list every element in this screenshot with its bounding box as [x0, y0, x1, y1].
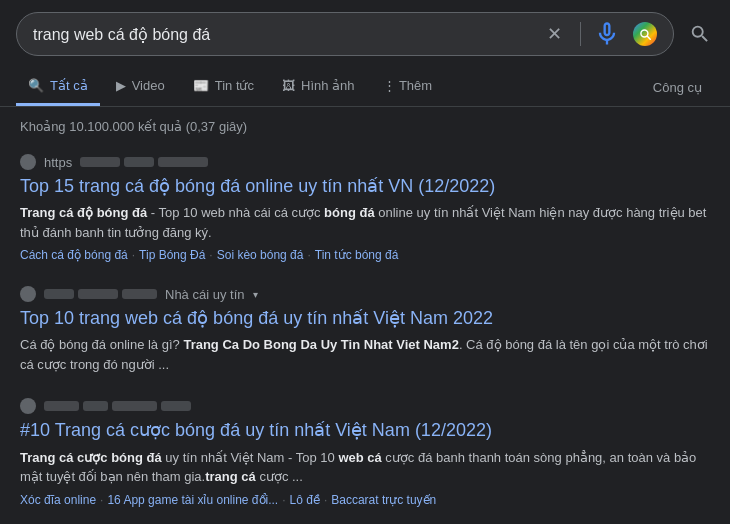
- url-blur-1: [44, 401, 79, 411]
- results-area: Khoảng 10.100.000 kết quả (0,37 giây) ht…: [0, 107, 730, 524]
- url-blur-2: [78, 289, 118, 299]
- tab-more[interactable]: ⋮ Thêm: [371, 68, 445, 106]
- result-snippet-1: Trang cá độ bóng đá - Top 10 web nhà cái…: [20, 203, 710, 242]
- search-result: Nhà cái uy tín ▾ Top 10 trang web cá độ …: [20, 286, 710, 374]
- url-blurred: [80, 157, 208, 167]
- sitelink-sep: ·: [132, 248, 135, 262]
- url-blur-3: [122, 289, 157, 299]
- url-blurred: [44, 401, 191, 411]
- dropdown-arrow-icon[interactable]: ▾: [253, 289, 258, 300]
- news-tab-icon: 📰: [193, 78, 209, 93]
- sitelink[interactable]: Tin tức bóng đá: [315, 248, 399, 262]
- result-sitelinks-3: Xóc đĩa online · 16 App game tài xỉu onl…: [20, 493, 710, 507]
- lens-icon: [638, 27, 652, 41]
- tab-all-label: Tất cả: [50, 78, 88, 93]
- tab-news[interactable]: 📰 Tin tức: [181, 68, 266, 106]
- url-blur-2: [83, 401, 108, 411]
- sitelink[interactable]: Lô đề: [290, 493, 320, 507]
- search-icons-right: ✕: [540, 20, 657, 48]
- result-title-3[interactable]: #10 Trang cá cược bóng đá uy tín nhất Vi…: [20, 418, 710, 443]
- divider-icon: [580, 22, 581, 46]
- result-site-label: Nhà cái uy tín: [165, 287, 245, 302]
- tab-video-label: Video: [132, 78, 165, 93]
- result-url-line: Nhà cái uy tín ▾: [20, 286, 710, 302]
- tab-images-label: Hình ảnh: [301, 78, 355, 93]
- svg-line-1: [647, 36, 650, 39]
- sitelink[interactable]: Cách cá độ bóng đá: [20, 248, 128, 262]
- favicon-icon: [20, 154, 36, 170]
- result-title-1[interactable]: Top 15 trang cá độ bóng đá online uy tín…: [20, 174, 710, 199]
- results-count: Khoảng 10.100.000 kết quả (0,37 giây): [20, 119, 710, 134]
- nav-tabs: 🔍 Tất cả ▶ Video 📰 Tin tức 🖼 Hình ảnh ⋮ …: [0, 68, 730, 107]
- result-url-line: [20, 398, 710, 414]
- close-icon: ✕: [547, 23, 562, 45]
- result-title-2[interactable]: Top 10 trang web cá độ bóng đá uy tín nh…: [20, 306, 710, 331]
- search-icon: [689, 23, 711, 45]
- search-result: #10 Trang cá cược bóng đá uy tín nhất Vi…: [20, 398, 710, 506]
- tools-button[interactable]: Công cụ: [641, 70, 714, 105]
- result-snippet-3: Trang cá cược bóng đá uy tín nhất Việt N…: [20, 448, 710, 487]
- url-blur-4: [161, 401, 191, 411]
- sitelink-sep: ·: [209, 248, 212, 262]
- url-blurred: [44, 289, 157, 299]
- sitelink-sep: ·: [324, 493, 327, 507]
- sitelink[interactable]: Tip Bóng Đá: [139, 248, 205, 262]
- url-blur-1: [80, 157, 120, 167]
- sitelink-sep: ·: [100, 493, 103, 507]
- url-blur-2: [124, 157, 154, 167]
- tab-video[interactable]: ▶ Video: [104, 68, 177, 106]
- microphone-icon: [593, 20, 621, 48]
- search-bar-container: trang web cá độ bóng đá ✕: [0, 0, 730, 68]
- sitelink[interactable]: Xóc đĩa online: [20, 493, 96, 507]
- url-blur-1: [44, 289, 74, 299]
- search-button[interactable]: [686, 20, 714, 48]
- sitelink-sep: ·: [307, 248, 310, 262]
- sitelink[interactable]: Soi kèo bóng đá: [217, 248, 304, 262]
- video-tab-icon: ▶: [116, 78, 126, 93]
- tab-all[interactable]: 🔍 Tất cả: [16, 68, 100, 106]
- result-sitelinks-1: Cách cá độ bóng đá · Tip Bóng Đá · Soi k…: [20, 248, 710, 262]
- favicon-icon: [20, 286, 36, 302]
- url-blur-3: [158, 157, 208, 167]
- sitelink[interactable]: 16 App game tài xỉu online đổi...: [107, 493, 278, 507]
- sitelink-sep: ·: [282, 493, 285, 507]
- all-tab-icon: 🔍: [28, 78, 44, 93]
- tab-more-label: ⋮ Thêm: [383, 78, 433, 93]
- tab-images[interactable]: 🖼 Hình ảnh: [270, 68, 367, 106]
- search-bar: trang web cá độ bóng đá ✕: [16, 12, 674, 56]
- sitelink[interactable]: Baccarat trực tuyến: [331, 493, 436, 507]
- url-prefix: https: [44, 155, 72, 170]
- tab-news-label: Tin tức: [215, 78, 254, 93]
- search-query-text: trang web cá độ bóng đá: [33, 25, 540, 44]
- tools-label: Công cụ: [653, 80, 702, 95]
- result-snippet-2: Cá độ bóng đá online là gì? Trang Ca Do …: [20, 335, 710, 374]
- images-tab-icon: 🖼: [282, 78, 295, 93]
- result-url-line: https: [20, 154, 710, 170]
- voice-search-button[interactable]: [593, 20, 621, 48]
- favicon-icon: [20, 398, 36, 414]
- clear-button[interactable]: ✕: [540, 20, 568, 48]
- url-blur-3: [112, 401, 157, 411]
- google-lens-button[interactable]: [633, 22, 657, 46]
- search-result: https Top 15 trang cá độ bóng đá online …: [20, 154, 710, 262]
